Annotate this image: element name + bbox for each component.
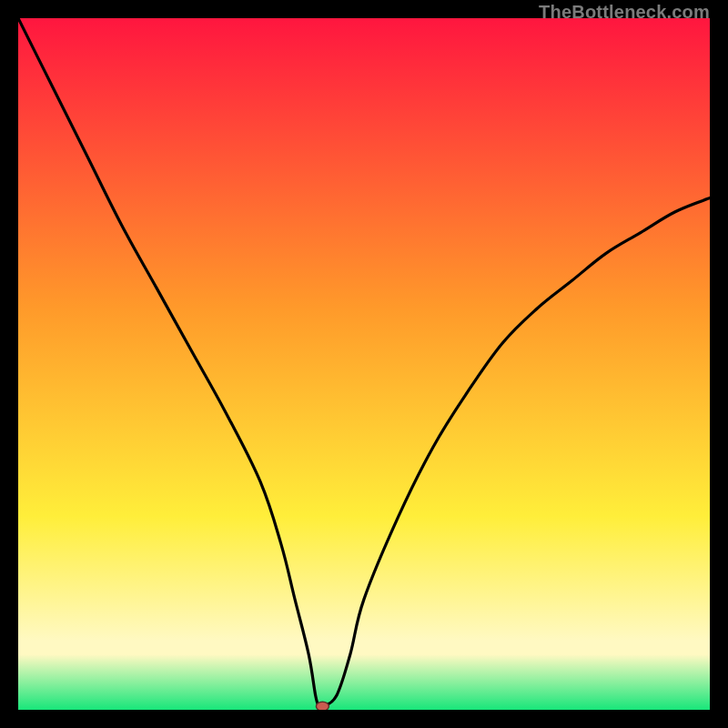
optimal-marker — [316, 702, 329, 710]
bottleneck-curve-plot — [18, 18, 710, 710]
gradient-background — [18, 18, 710, 710]
chart-frame: { "watermark": "TheBottleneck.com", "col… — [0, 0, 728, 728]
chart-svg — [18, 18, 710, 710]
